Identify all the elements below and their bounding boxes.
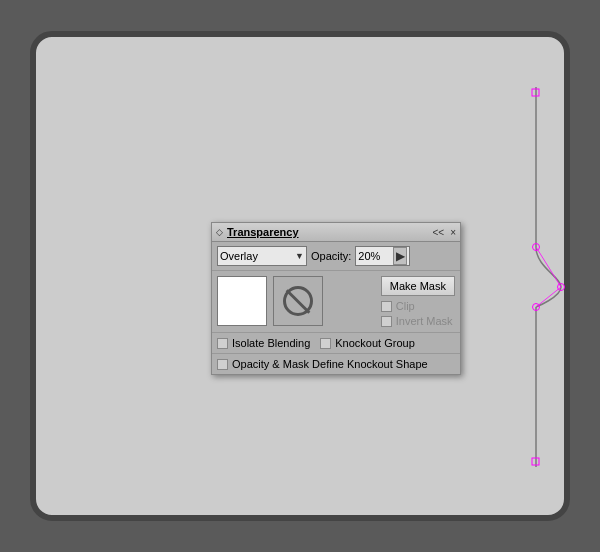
opacity-stepper[interactable]: ▶ [393, 247, 407, 265]
opacity-mask-define-row: Opacity & Mask Define Knockout Shape [217, 358, 455, 370]
opacity-mask-label: Opacity & Mask Define Knockout Shape [232, 358, 428, 370]
opacity-label: Opacity: [311, 250, 351, 262]
knockout-group-row: Knockout Group [320, 337, 415, 349]
svg-line-7 [536, 247, 561, 287]
isolate-blending-checkbox[interactable] [217, 338, 228, 349]
clip-checkbox[interactable] [381, 301, 392, 312]
canvas-area: ◇ Transparency << × Overlay ▼ Opacity: 2… [30, 31, 570, 521]
panel-title: Transparency [227, 226, 299, 238]
blend-mode-value: Overlay [220, 250, 258, 262]
thumbnail-row: Make Mask Clip Invert Mask [212, 271, 460, 333]
clip-row: Clip [381, 300, 455, 312]
invert-mask-label: Invert Mask [396, 315, 453, 327]
mask-buttons: Make Mask Clip Invert Mask [381, 276, 455, 327]
knockout-group-label: Knockout Group [335, 337, 415, 349]
panel-close-button[interactable]: × [450, 227, 456, 238]
blend-mode-select[interactable]: Overlay ▼ [217, 246, 307, 266]
invert-mask-checkbox[interactable] [381, 316, 392, 327]
invert-mask-row: Invert Mask [381, 315, 455, 327]
title-arrow: ◇ [216, 227, 223, 237]
mask-options: Clip Invert Mask [381, 300, 455, 327]
opacity-mask-row: Opacity & Mask Define Knockout Shape [212, 354, 460, 374]
layer-thumbnail[interactable] [217, 276, 267, 326]
clip-label: Clip [396, 300, 415, 312]
transparency-panel: ◇ Transparency << × Overlay ▼ Opacity: 2… [211, 222, 461, 375]
panel-title-left: ◇ Transparency [216, 226, 299, 238]
isolate-blending-label: Isolate Blending [232, 337, 310, 349]
panel-collapse-button[interactable]: << [432, 227, 444, 238]
isolate-blending-row: Isolate Blending [217, 337, 310, 349]
opacity-input[interactable]: 20% ▶ [355, 246, 410, 266]
knockout-group-checkbox[interactable] [320, 338, 331, 349]
no-mask-symbol [283, 286, 313, 316]
blending-options-row: Isolate Blending Knockout Group [212, 333, 460, 354]
bezier-path [506, 87, 566, 467]
blend-opacity-row: Overlay ▼ Opacity: 20% ▶ [212, 242, 460, 271]
mask-thumbnail[interactable] [273, 276, 323, 326]
panel-controls: << × [432, 227, 456, 238]
svg-line-8 [536, 287, 561, 307]
blend-mode-dropdown-arrow: ▼ [295, 251, 304, 261]
make-mask-button[interactable]: Make Mask [381, 276, 455, 296]
opacity-value: 20% [358, 250, 380, 262]
opacity-mask-checkbox[interactable] [217, 359, 228, 370]
panel-titlebar[interactable]: ◇ Transparency << × [212, 223, 460, 242]
